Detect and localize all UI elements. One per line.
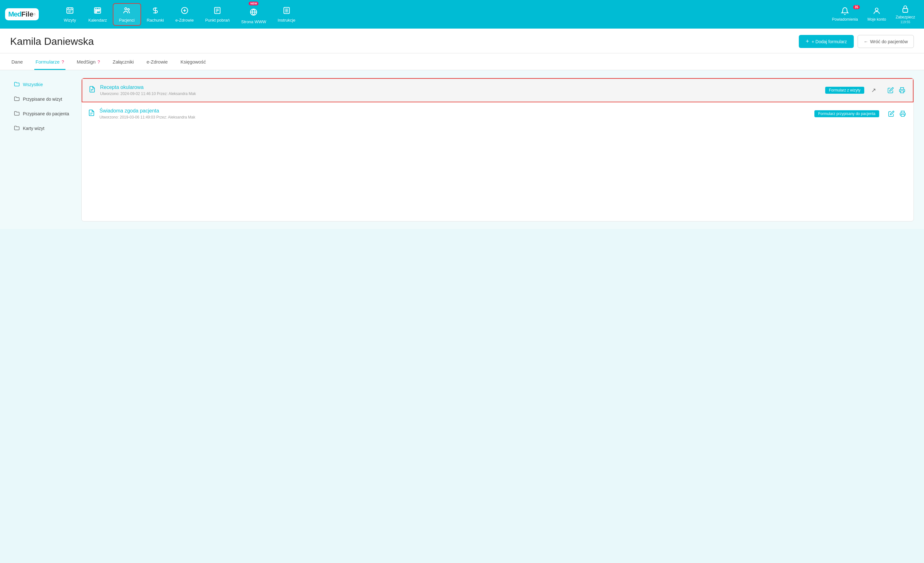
bell-icon (841, 7, 849, 16)
kalendarz-icon (93, 6, 102, 17)
tab-dane[interactable]: Dane (10, 53, 24, 70)
nav-kalendarz[interactable]: Kalendarz (82, 4, 113, 25)
moje-konto-label: Moje konto (867, 17, 886, 22)
nav-items: Wizyty Kalendarz Pacjenci Rachunki (57, 2, 828, 27)
cursor-indicator: ↗ (871, 87, 876, 94)
form-item-recepta[interactable]: Recepta okularowa Utworzono: 2024-09-02 … (82, 78, 914, 102)
form-item-swiadoma-zgoda[interactable]: Świadoma zgoda pacjenta Utworzono: 2019-… (82, 102, 914, 125)
new-badge: NEW (249, 2, 259, 5)
rachunki-label: Rachunki (147, 18, 164, 23)
logo-area[interactable]: Med File ® (5, 8, 50, 20)
wizyty-icon (66, 6, 74, 17)
form-actions-recepta (886, 86, 906, 95)
form-meta-recepta: Utworzono: 2024-09-02 11:46:10 Przez: Al… (100, 92, 821, 96)
edit-button-recepta[interactable] (886, 86, 895, 95)
tab-medsign[interactable]: MedSign ? (76, 53, 101, 70)
back-button[interactable]: ← Wróć do pacjentów (858, 35, 914, 48)
nav-moje-konto[interactable]: Moje konto (864, 5, 890, 24)
nav-rachunki[interactable]: Rachunki (141, 4, 170, 25)
tab-dane-label: Dane (12, 59, 23, 65)
wizyty-label: Wizyty (64, 18, 76, 23)
svg-rect-12 (99, 10, 100, 11)
sidebar: Wszystkie Przypisane do wizyt Przypisane… (10, 78, 74, 221)
nav-powiadomienia[interactable]: 35 Powiadomienia (828, 5, 862, 24)
medsign-help-icon[interactable]: ? (98, 59, 100, 65)
file-icon-swiadoma-zgoda (88, 109, 95, 118)
sidebar-przypisane-pacjenta-label: Przypisane do pacjenta (23, 111, 69, 116)
header-actions: + + Dodaj formularz ← Wróć do pacjentów (799, 35, 914, 48)
rachunki-icon (151, 6, 159, 17)
pacjenci-icon (123, 6, 131, 17)
nav-e-zdrowie[interactable]: e-Zdrowie (170, 4, 200, 25)
plus-icon: + (806, 38, 809, 45)
kalendarz-label: Kalendarz (88, 18, 107, 23)
powiadomienia-label: Powiadomienia (832, 17, 858, 22)
patient-name: Kamila Daniewska (10, 36, 799, 47)
tab-e-zdrowie[interactable]: e-Zdrowie (145, 53, 169, 70)
e-zdrowie-label: e-Zdrowie (176, 18, 194, 23)
form-meta-swiadoma-zgoda: Utworzono: 2019-03-06 11:49:03 Przez: Al… (99, 115, 810, 119)
form-title-recepta: Recepta okularowa (100, 84, 821, 90)
sidebar-przypisane-wizyt-label: Przypisane do wizyt (23, 97, 62, 102)
edit-button-swiadoma-zgoda[interactable] (887, 109, 896, 118)
folder-icon-2 (14, 110, 20, 117)
add-form-label: + Dodaj formularz (812, 39, 847, 44)
e-zdrowie-icon (180, 6, 189, 17)
svg-rect-31 (903, 9, 908, 12)
svg-point-30 (875, 8, 878, 11)
nav-punkt-pobran[interactable]: Punkt pobrań (200, 4, 236, 25)
svg-rect-37 (901, 114, 904, 117)
nav-strona-www[interactable]: NEW Strona WWW (236, 2, 272, 27)
folder-open-icon (14, 81, 20, 88)
file-icon-recepta (88, 86, 96, 95)
lock-icon (901, 5, 909, 14)
tab-ksiegowosc[interactable]: Księgowość (179, 53, 207, 70)
tab-formularze[interactable]: Formularze ? (34, 53, 66, 70)
sidebar-karty-wizyt-label: Karty wizyt (23, 126, 45, 131)
svg-rect-0 (67, 8, 73, 13)
folder-icon-3 (14, 125, 20, 132)
sidebar-item-karty-wizyt[interactable]: Karty wizyt (10, 122, 74, 135)
tab-zalaczniki-label: Załączniki (113, 59, 134, 65)
print-button-recepta[interactable] (898, 86, 906, 95)
main-wrapper: Kamila Daniewska + + Dodaj formularz ← W… (0, 29, 924, 229)
svg-point-14 (125, 8, 127, 9)
content-body: Wszystkie Przypisane do wizyt Przypisane… (0, 70, 924, 229)
form-badge-swiadoma-zgoda: Formularz przypisany do pacjenta (814, 110, 879, 117)
back-label: Wróć do pacjentów (870, 39, 908, 44)
tab-ksiegowosc-label: Księgowość (180, 59, 206, 65)
punkt-pobran-icon (213, 6, 222, 17)
nav-wizyty[interactable]: Wizyty (57, 4, 82, 25)
zabezpiecz-time: 119:55 (900, 20, 910, 24)
form-info-swiadoma-zgoda: Świadoma zgoda pacjenta Utworzono: 2019-… (99, 108, 810, 119)
tab-zalaczniki[interactable]: Załączniki (111, 53, 135, 70)
strona-www-label: Strona WWW (241, 20, 266, 24)
sidebar-item-wszystkie[interactable]: Wszystkie (10, 78, 74, 91)
pacjenci-label: Pacjenci (119, 18, 135, 23)
nav-pacjenci[interactable]: Pacjenci (113, 3, 141, 26)
tab-medsign-label: MedSign (77, 59, 96, 65)
tab-bar: Dane Formularze ? MedSign ? Załączniki e… (0, 53, 924, 70)
person-icon (873, 7, 881, 16)
arrow-left-icon: ← (864, 39, 868, 44)
logo-registered: ® (33, 13, 36, 16)
sidebar-item-przypisane-do-wizyt[interactable]: Przypisane do wizyt (10, 92, 74, 106)
formularze-help-icon[interactable]: ? (62, 59, 64, 65)
sidebar-item-przypisane-do-pacjenta[interactable]: Przypisane do pacjenta (10, 107, 74, 120)
print-button-swiadoma-zgoda[interactable] (898, 109, 907, 118)
form-info-recepta: Recepta okularowa Utworzono: 2024-09-02 … (100, 84, 821, 96)
page-header: Kamila Daniewska + + Dodaj formularz ← W… (0, 29, 924, 53)
svg-point-15 (128, 9, 129, 10)
svg-rect-34 (900, 91, 904, 93)
nav-instrukcje[interactable]: Instrukcje (272, 4, 301, 25)
notifications-badge: 35 (853, 5, 860, 9)
punkt-pobran-label: Punkt pobrań (205, 18, 230, 23)
zabezpiecz-label: Zabezpiecz (896, 15, 915, 20)
form-list: Recepta okularowa Utworzono: 2024-09-02 … (81, 78, 914, 221)
add-form-button[interactable]: + + Dodaj formularz (799, 35, 854, 48)
instrukcje-icon (282, 6, 291, 17)
nav-zabezpiecz[interactable]: Zabezpiecz 119:55 (892, 3, 919, 26)
svg-rect-13 (96, 11, 97, 12)
nav-right: 35 Powiadomienia Moje konto Zabezpiecz 1… (828, 3, 919, 26)
form-actions-swiadoma-zgoda (887, 109, 907, 118)
